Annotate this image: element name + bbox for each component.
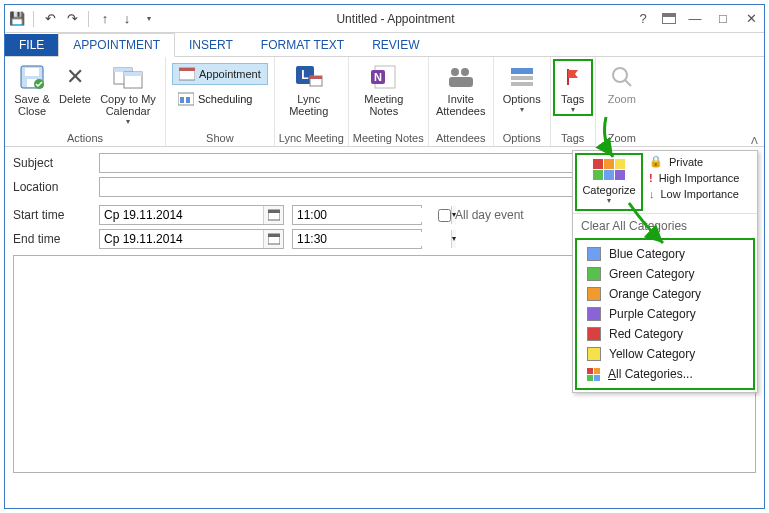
title-bar: 💾 ↶ ↷ ↑ ↓ ▾ Untitled - Appointment ? — □… (5, 5, 764, 33)
save-icon[interactable]: 💾 (9, 11, 25, 27)
save-close-button[interactable]: Save & Close (9, 59, 55, 117)
category-item-yellow[interactable]: Yellow Category (577, 344, 753, 364)
help-icon[interactable]: ? (634, 10, 652, 28)
redo-icon[interactable]: ↷ (64, 11, 80, 27)
prev-item-icon[interactable]: ↑ (97, 11, 113, 27)
start-time-input[interactable] (293, 208, 451, 222)
end-time-field[interactable]: ▾ (292, 229, 422, 249)
category-item-green[interactable]: Green Category (577, 264, 753, 284)
group-options: Options ▾ Options (494, 57, 551, 146)
maximize-icon[interactable]: □ (714, 10, 732, 28)
swatch-icon (587, 267, 601, 281)
copy-calendar-button[interactable]: Copy to My Calendar ▾ (95, 59, 161, 126)
start-time-label: Start time (13, 208, 99, 222)
chevron-down-icon[interactable]: ▾ (451, 230, 456, 248)
svg-rect-23 (511, 68, 533, 74)
end-date-input[interactable] (100, 232, 263, 246)
tab-appointment[interactable]: APPOINTMENT (58, 33, 175, 57)
undo-icon[interactable]: ↶ (42, 11, 58, 27)
lock-icon: 🔒 (649, 155, 663, 168)
onenote-icon: N (368, 63, 400, 91)
svg-text:L: L (301, 68, 308, 82)
category-item-blue[interactable]: Blue Category (577, 244, 753, 264)
svg-rect-29 (268, 210, 280, 213)
swatch-icon (587, 327, 601, 341)
group-tags: Tags ▾ Tags (551, 57, 596, 146)
group-attendees: Invite Attendees Attendees (429, 57, 494, 146)
ribbon-display-icon[interactable] (662, 13, 676, 24)
appointment-view-button[interactable]: Appointment (172, 63, 268, 85)
tab-format-text[interactable]: FORMAT TEXT (247, 34, 358, 56)
subject-label: Subject (13, 156, 99, 170)
start-time-field[interactable]: ▾ (292, 205, 422, 225)
invite-attendees-button[interactable]: Invite Attendees (433, 59, 489, 117)
lync-icon: L (293, 63, 325, 91)
svg-line-27 (625, 80, 631, 86)
start-date-field[interactable] (99, 205, 284, 225)
group-actions: Save & Close ✕ Delete Copy to My Calenda… (5, 57, 166, 146)
window-title: Untitled - Appointment (157, 12, 634, 26)
close-icon[interactable]: ✕ (742, 10, 760, 28)
tags-side-options: 🔒Private !High Importance ↓Low Importanc… (645, 151, 757, 213)
calendar-icon[interactable] (263, 230, 283, 248)
svg-rect-5 (114, 68, 132, 72)
private-toggle[interactable]: 🔒Private (649, 155, 753, 168)
start-date-input[interactable] (100, 208, 263, 222)
swatch-icon (587, 307, 601, 321)
tab-review[interactable]: REVIEW (358, 34, 433, 56)
chevron-down-icon: ▾ (607, 196, 611, 205)
svg-point-26 (613, 68, 627, 82)
end-time-label: End time (13, 232, 99, 246)
window-controls: ? — □ ✕ (634, 10, 760, 28)
save-close-icon (16, 63, 48, 91)
end-date-field[interactable] (99, 229, 284, 249)
qat-dropdown-icon[interactable]: ▾ (141, 11, 157, 27)
calendar-icon[interactable] (263, 206, 283, 224)
svg-rect-12 (186, 97, 190, 103)
all-day-input[interactable] (438, 209, 451, 222)
category-item-purple[interactable]: Purple Category (577, 304, 753, 324)
delete-button[interactable]: ✕ Delete (55, 59, 95, 105)
zoom-button[interactable]: Zoom (600, 59, 644, 105)
delete-icon: ✕ (59, 63, 91, 91)
scheduling-button[interactable]: Scheduling (172, 89, 258, 109)
all-categories-icon (587, 368, 600, 381)
category-item-orange[interactable]: Orange Category (577, 284, 753, 304)
category-item-red[interactable]: Red Category (577, 324, 753, 344)
all-categories-button[interactable]: All Categories... (577, 364, 753, 384)
lync-meeting-button[interactable]: L Lync Meeting (279, 59, 339, 117)
meeting-notes-button[interactable]: N Meeting Notes (353, 59, 415, 117)
all-day-checkbox[interactable]: All day event (434, 206, 524, 225)
options-button[interactable]: Options ▾ (498, 59, 546, 114)
tags-button[interactable]: Tags ▾ (553, 59, 593, 116)
chevron-down-icon: ▾ (571, 105, 575, 114)
location-label: Location (13, 180, 99, 194)
group-notes: N Meeting Notes Meeting Notes (349, 57, 429, 146)
ribbon: Save & Close ✕ Delete Copy to My Calenda… (5, 57, 764, 147)
svg-rect-1 (25, 68, 39, 76)
copy-calendar-icon (112, 63, 144, 91)
tab-insert[interactable]: INSERT (175, 34, 247, 56)
category-menu: Blue Category Green Category Orange Cate… (575, 238, 755, 390)
swatch-icon (587, 287, 601, 301)
svg-rect-16 (310, 76, 322, 79)
low-importance-icon: ↓ (649, 188, 655, 200)
minimize-icon[interactable]: — (686, 10, 704, 28)
end-time-input[interactable] (293, 232, 451, 246)
collapse-ribbon-icon[interactable]: ᐱ (751, 135, 758, 146)
next-item-icon[interactable]: ↓ (119, 11, 135, 27)
svg-rect-11 (180, 97, 184, 103)
tags-dropdown-panel: Categorize ▾ 🔒Private !High Importance ↓… (572, 150, 758, 393)
high-importance-button[interactable]: !High Importance (649, 172, 753, 184)
attendees-icon (445, 63, 477, 91)
swatch-icon (587, 347, 601, 361)
svg-point-21 (461, 68, 469, 76)
tab-file[interactable]: FILE (5, 34, 58, 56)
categorize-button[interactable]: Categorize ▾ (575, 153, 643, 211)
group-show: Appointment Scheduling Show (166, 57, 275, 146)
ribbon-tabs: FILE APPOINTMENT INSERT FORMAT TEXT REVI… (5, 33, 764, 57)
low-importance-button[interactable]: ↓Low Importance (649, 188, 753, 200)
group-zoom: Zoom Zoom (596, 57, 648, 146)
clear-categories-button[interactable]: Clear All Categories (573, 213, 757, 238)
svg-rect-7 (124, 72, 142, 76)
